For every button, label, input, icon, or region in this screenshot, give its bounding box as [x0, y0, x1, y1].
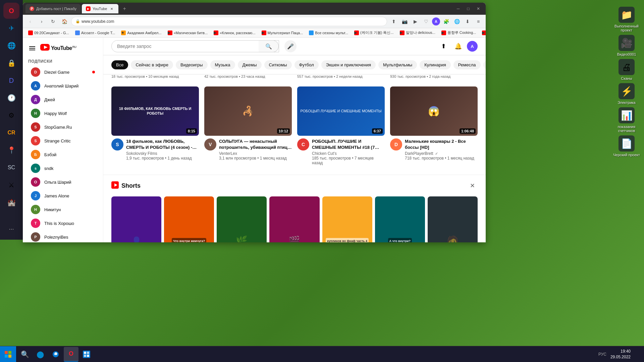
video-card-1[interactable]: 🦂 10:12 V СОЛЬПУГА — ненасытный потрошит…	[204, 86, 292, 167]
desktop-icon-scanner[interactable]: 🖨 Сканы	[613, 59, 640, 80]
vpn-icon[interactable]: 🔒	[3, 55, 19, 71]
short-card-1[interactable]: Что внутри жемчуга?	[164, 196, 214, 242]
back-button[interactable]: ‹	[25, 17, 35, 26]
home-button[interactable]: 🏠	[60, 17, 69, 26]
sidebar-item-djey[interactable]: Д Джей	[25, 93, 100, 106]
bookmark-4[interactable]: ▶ «Клинок, рассекаю...	[211, 30, 258, 36]
settings-icon[interactable]: ⚙	[3, 107, 19, 123]
desktop-icon-project[interactable]: 📁 Выполненный проект	[613, 7, 640, 32]
hamburger-button[interactable]	[27, 43, 38, 54]
sidebar-item-strange-critic[interactable]: S Strange Critic	[25, 134, 100, 147]
shorts-close-button[interactable]: ✕	[467, 180, 478, 191]
knight-rio-icon[interactable]: 🏰	[3, 194, 19, 210]
heart-icon[interactable]: ♡	[421, 17, 431, 26]
filter-chip-recent[interactable]: Последние публи...	[483, 60, 486, 69]
bookmark-6[interactable]: Все сезоны мульт...	[306, 30, 351, 36]
tab-close-youtube[interactable]: ✕	[109, 6, 114, 11]
bookmark-8[interactable]: ▶ 말망나 delicious...	[397, 29, 438, 36]
filter-chip-cartoons[interactable]: Мультфильмы	[378, 60, 417, 69]
telegram-icon[interactable]: ✈	[3, 20, 19, 36]
discord-icon[interactable]: D	[3, 72, 19, 88]
minimize-button[interactable]: ─	[453, 4, 463, 13]
search-input[interactable]	[112, 41, 259, 52]
taskbar-edge-icon[interactable]	[48, 347, 63, 362]
taskbar-cortana-icon[interactable]: ⬤	[33, 347, 48, 362]
opera-icon[interactable]: O	[3, 3, 19, 19]
filter-chip-sitcoms[interactable]: Ситкомы	[264, 60, 292, 69]
clock-icon[interactable]: 🕐	[3, 90, 19, 106]
filter-chip-jems[interactable]: Джемы	[238, 60, 262, 69]
globe-icon[interactable]: 🌐	[452, 17, 462, 26]
upload-button[interactable]: ⬆	[437, 40, 449, 52]
filter-chip-all[interactable]: Все	[111, 60, 128, 69]
short-card-2[interactable]: 🌿	[217, 196, 267, 242]
search-button[interactable]: 🔍	[259, 40, 279, 52]
bookmark-5[interactable]: ▶ Мультсериал Паца...	[259, 30, 306, 36]
bookmark-0[interactable]: 09:20Синдикат - G...	[25, 30, 72, 36]
browser-icon[interactable]: 🌐	[3, 38, 19, 54]
avatar-toolbar-icon[interactable]: A	[432, 17, 440, 25]
short-card-5[interactable]: А что внутри?	[375, 196, 425, 242]
video-card-0[interactable]: 18 ФИЛЬМОВ, КАК ЛЮБОВЬ СМЕРТЬ И РОБОТЫ 8…	[111, 86, 199, 167]
filter-chip-crafts[interactable]: Ремесла	[453, 60, 481, 69]
taskbar-opera-icon[interactable]: O	[64, 347, 78, 362]
steam-setup-icon[interactable]: SC	[3, 160, 19, 176]
short-card-0[interactable]: 👤	[111, 196, 161, 242]
sidebar-item-anatoly-shariy[interactable]: А Анатолий Шарий	[25, 79, 100, 93]
tab-pikabu[interactable]: P Добавить пост | Пикабу	[25, 4, 80, 13]
sidebar-item-sndk[interactable]: s sndk	[25, 162, 100, 175]
filter-chip-music[interactable]: Музыка	[210, 60, 235, 69]
show-desktop-button[interactable]	[633, 348, 640, 361]
bookmark-3[interactable]: ▶ «Магическая битв...	[165, 30, 211, 36]
desktop-icon-scorpio[interactable]: 📄 Черский проект	[613, 135, 640, 157]
bookmark-10[interactable]: ▶ «Сага о Винланде...	[479, 30, 486, 36]
camera-icon[interactable]: 📷	[400, 17, 409, 26]
bookmark-9[interactable]: ▶ 풍향루 Cooking...	[439, 29, 479, 36]
desktop-icon-counter[interactable]: 📊 показания счетчиков	[613, 107, 640, 133]
sidebar-item-diezel-game[interactable]: D Diezel Game	[25, 65, 100, 79]
league-icon[interactable]: ⚔	[3, 177, 19, 193]
download-icon[interactable]: ⬇	[463, 17, 472, 26]
desktop-icon-elektrika[interactable]: ⚡ Электрика	[613, 83, 640, 105]
sidebar-item-happy-wolf[interactable]: H Happy Wolf	[25, 107, 100, 120]
youtube-logo[interactable]: YouTubeRU	[40, 44, 76, 53]
address-bar[interactable]: 🔒 www.youtube.com	[71, 17, 387, 26]
short-card-4[interactable]: куплинов во фнаф часть 4	[322, 196, 372, 242]
bookmark-2[interactable]: ★ Академия Амбрел...	[118, 30, 164, 36]
taskbar-explorer-icon[interactable]	[79, 347, 94, 362]
filter-chip-games[interactable]: Видеоигры	[176, 60, 208, 69]
sidebar-item-poleznyibes[interactable]: P PoleznyiBes	[25, 230, 100, 242]
notifications-button[interactable]: 🔔	[452, 40, 464, 52]
comicract-icon[interactable]: CR	[3, 125, 19, 141]
account-avatar[interactable]: A	[467, 41, 478, 52]
desktop-icon-video[interactable]: 🎥 Видео0001	[613, 35, 640, 56]
filter-chip-cooking[interactable]: Кулинария	[420, 60, 451, 69]
maximize-button[interactable]: □	[464, 4, 473, 13]
sidebar-item-nikitun[interactable]: Н Никитун	[25, 203, 100, 216]
sidebar-item-stopgame[interactable]: S StopGame.Ru	[25, 120, 100, 134]
filter-chip-action[interactable]: Экшен и приключения	[321, 60, 376, 69]
start-button[interactable]	[0, 346, 16, 362]
refresh-button[interactable]: ↻	[48, 17, 58, 26]
short-card-3[interactable]: 🎬	[269, 196, 319, 242]
bookmark-1[interactable]: Аiсоатл - Google Т...	[72, 30, 118, 36]
sidebar-item-bebey[interactable]: Б Бэбэй	[25, 148, 100, 161]
extension-icon[interactable]: 🧩	[441, 17, 451, 26]
location-icon[interactable]: 📍	[3, 142, 19, 158]
video-card-2[interactable]: РОБОЦЫП ЛУЧШИЕ И СМЕШНЫЕ МОМЕНТЫ 6:37 C …	[297, 86, 385, 167]
forward-button[interactable]: ›	[37, 17, 46, 26]
video-card-3[interactable]: 😱 1:06:48 D Маленькие кошмары 2 - Все бо…	[390, 86, 478, 167]
taskbar-search-icon[interactable]: 🔍	[17, 347, 32, 362]
close-button[interactable]: ✕	[474, 4, 483, 13]
sidebar-item-olga-shariy[interactable]: О Ольга Шарий	[25, 175, 100, 189]
new-tab-button[interactable]: +	[120, 4, 129, 13]
play-icon[interactable]: ▶	[411, 17, 420, 26]
menu-icon[interactable]: ≡	[474, 17, 483, 26]
sidebar-item-this-is-horosho[interactable]: T This is Хорошо	[25, 217, 100, 230]
microphone-button[interactable]: 🎤	[284, 40, 297, 52]
sidebar-item-james-alone[interactable]: J James Alone	[25, 189, 100, 202]
bookmark-7[interactable]: ▶ (케이크 기봄) 폭신...	[352, 29, 396, 36]
short-card-6[interactable]: 🧑	[428, 196, 478, 242]
upload-icon[interactable]: ⬆	[389, 17, 398, 26]
filter-chip-live[interactable]: Сейчас в эфире	[131, 60, 173, 69]
